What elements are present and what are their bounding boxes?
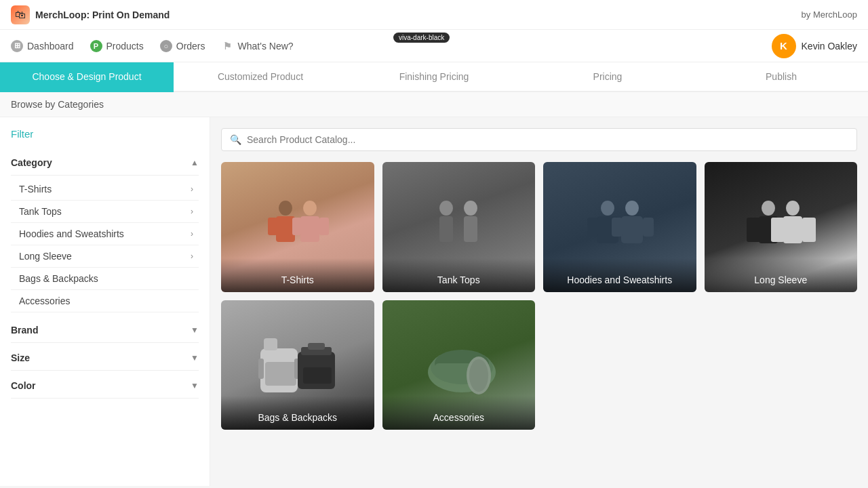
nav-whatsnew[interactable]: ⚑ What's New? bbox=[222, 37, 294, 55]
color-label: Color bbox=[11, 380, 36, 391]
svg-point-4 bbox=[303, 201, 317, 216]
category-card-tshirts[interactable]: T-Shirts bbox=[221, 162, 374, 292]
category-card-hoodies[interactable]: Hoodies and Sweatshirts bbox=[543, 162, 696, 292]
search-icon: 🔍 bbox=[230, 134, 241, 145]
nav-products-label: Products bbox=[106, 41, 144, 52]
svg-point-20 bbox=[762, 201, 775, 216]
nav-dashboard[interactable]: ⊞ Dashboard bbox=[11, 37, 74, 55]
search-bar: 🔍 bbox=[221, 128, 857, 151]
svg-point-12 bbox=[601, 201, 614, 216]
filter-tanktops[interactable]: Tank Tops › bbox=[11, 201, 199, 223]
svg-rect-1 bbox=[276, 216, 295, 242]
svg-rect-26 bbox=[771, 218, 785, 242]
svg-rect-25 bbox=[783, 216, 802, 243]
tshirts-figures bbox=[257, 193, 338, 261]
svg-point-16 bbox=[625, 201, 639, 216]
tanktops-chevron: › bbox=[191, 207, 193, 216]
app-icon: 🛍 bbox=[11, 5, 30, 24]
brand-label: Brand bbox=[11, 325, 38, 336]
svg-rect-2 bbox=[268, 218, 277, 235]
category-card-tanktops[interactable]: Tank Tops bbox=[382, 162, 536, 292]
filter-accessories[interactable]: Accessories bbox=[11, 290, 199, 312]
filter-category: Category ▲ T-Shirts › Tank Tops › Hoodie… bbox=[11, 150, 199, 315]
svg-rect-11 bbox=[464, 216, 477, 242]
browse-heading: Browse by Categories bbox=[0, 92, 868, 117]
color-header[interactable]: Color ▼ bbox=[11, 373, 199, 399]
tab-finishing[interactable]: Finishing Pricing bbox=[347, 62, 521, 92]
hoodies-chevron: › bbox=[191, 229, 193, 239]
app-title: MerchLoop: Print On Demand bbox=[35, 9, 170, 20]
tanktops-label: Tank Tops bbox=[382, 258, 536, 292]
tab-publish[interactable]: Publish bbox=[694, 62, 868, 92]
svg-rect-5 bbox=[300, 216, 319, 242]
svg-rect-9 bbox=[439, 216, 453, 242]
svg-rect-22 bbox=[747, 218, 760, 242]
svg-rect-17 bbox=[621, 216, 643, 243]
svg-rect-19 bbox=[643, 218, 654, 237]
accessories-label: Accessories bbox=[382, 396, 536, 430]
filter-bags[interactable]: Bags & Backpacks bbox=[11, 268, 199, 290]
tab-pricing[interactable]: Pricing bbox=[521, 62, 694, 92]
category-items: T-Shirts › Tank Tops › Hoodies and Sweat… bbox=[11, 176, 199, 315]
svg-rect-30 bbox=[265, 362, 296, 386]
tshirts-chevron: › bbox=[191, 184, 193, 194]
products-icon: P bbox=[90, 40, 102, 52]
search-input[interactable] bbox=[247, 134, 848, 145]
user-name: Kevin Oakley bbox=[802, 41, 857, 52]
svg-rect-14 bbox=[587, 218, 598, 237]
nav-bar: ⊞ Dashboard P Products ○ Orders ⚑ What's… bbox=[0, 30, 868, 62]
size-header[interactable]: Size ▼ bbox=[11, 346, 199, 371]
svg-rect-36 bbox=[303, 367, 332, 384]
svg-rect-31 bbox=[258, 359, 264, 379]
tshirts-label: T-Shirts bbox=[221, 258, 374, 292]
brand-chevron: ▼ bbox=[191, 325, 199, 335]
content-area: 🔍 bbox=[210, 117, 868, 486]
size-chevron: ▼ bbox=[191, 353, 199, 363]
filter-longsleeve[interactable]: Long Sleeve › bbox=[11, 245, 199, 268]
step-tabs: Choose & Design Product Customized Produ… bbox=[0, 62, 868, 92]
accessories-svg bbox=[411, 328, 506, 403]
bags-label: Bags & Backpacks bbox=[221, 396, 374, 430]
longsleeve-label: Long Sleeve bbox=[705, 258, 858, 292]
app-by: by MerchLoop bbox=[802, 9, 857, 20]
whatsnew-icon: ⚑ bbox=[222, 40, 234, 52]
filter-size: Size ▼ bbox=[11, 346, 199, 371]
nav-products[interactable]: P Products bbox=[90, 37, 144, 55]
longsleeve-figures bbox=[740, 193, 821, 261]
filter-brand: Brand ▼ bbox=[11, 318, 199, 343]
longsleeve-chevron: › bbox=[191, 251, 193, 261]
nav-right: K Kevin Oakley bbox=[772, 34, 857, 58]
filter-hoodies[interactable]: Hoodies and Sweatshirts › bbox=[11, 223, 199, 245]
svg-point-24 bbox=[786, 201, 800, 216]
category-card-accessories[interactable]: Accessories bbox=[382, 300, 536, 430]
size-label: Size bbox=[11, 352, 30, 363]
tab-customize[interactable]: Customized Product bbox=[174, 62, 347, 92]
svg-point-8 bbox=[439, 201, 453, 216]
svg-rect-27 bbox=[802, 218, 816, 242]
nav-dashboard-label: Dashboard bbox=[27, 41, 74, 52]
svg-point-10 bbox=[464, 201, 477, 216]
category-card-bags[interactable]: Bags & Backpacks bbox=[221, 300, 374, 430]
dashboard-icon: ⊞ bbox=[11, 40, 23, 52]
tanktops-figures bbox=[418, 193, 499, 261]
svg-rect-7 bbox=[319, 218, 329, 235]
category-card-longsleeve[interactable]: Long Sleeve bbox=[705, 162, 858, 292]
category-chevron: ▲ bbox=[191, 158, 199, 167]
tab-choose[interactable]: Choose & Design Product bbox=[0, 62, 174, 92]
filter-color: Color ▼ bbox=[11, 373, 199, 399]
category-header[interactable]: Category ▲ bbox=[11, 150, 199, 176]
svg-point-42 bbox=[469, 359, 488, 392]
nav-items: ⊞ Dashboard P Products ○ Orders ⚑ What's… bbox=[11, 37, 294, 55]
brand-header[interactable]: Brand ▼ bbox=[11, 318, 199, 343]
filter-tshirts[interactable]: T-Shirts › bbox=[11, 178, 199, 201]
bags-svg bbox=[250, 328, 345, 403]
hoodies-label: Hoodies and Sweatshirts bbox=[543, 258, 696, 292]
category-label: Category bbox=[11, 157, 52, 168]
sidebar: Filter Category ▲ T-Shirts › Tank Tops ›… bbox=[0, 117, 210, 486]
viva-badge: viva-dark-black bbox=[393, 33, 450, 43]
color-chevron: ▼ bbox=[191, 381, 199, 390]
user-avatar[interactable]: K bbox=[772, 34, 796, 58]
svg-rect-6 bbox=[292, 218, 302, 235]
product-grid: T-Shirts Tank Tops bbox=[221, 162, 857, 430]
nav-orders[interactable]: ○ Orders bbox=[160, 37, 205, 55]
